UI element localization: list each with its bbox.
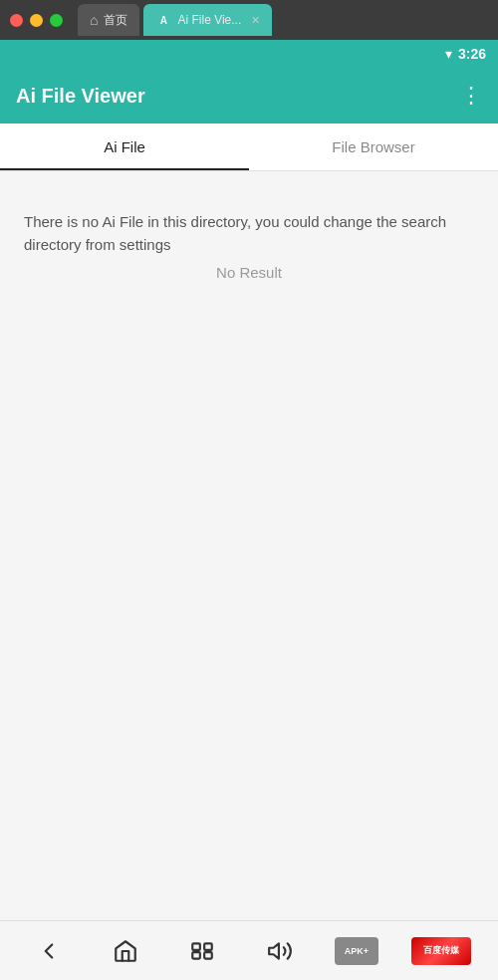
baidu-text: 百度传媒 bbox=[423, 944, 459, 957]
more-options-icon[interactable]: ⋮ bbox=[460, 83, 482, 109]
empty-message: There is no Ai File in this directory, y… bbox=[20, 211, 478, 256]
app-title: Ai File Viewer bbox=[16, 85, 145, 108]
tab-favicon: A bbox=[155, 12, 171, 28]
svg-marker-4 bbox=[269, 943, 279, 958]
bottom-navigation: APK+ 百度传媒 bbox=[0, 920, 498, 980]
maximize-button[interactable] bbox=[50, 14, 63, 27]
home-tab[interactable]: ⌂ 首页 bbox=[78, 4, 139, 36]
browser-tab-bar: ⌂ 首页 A Ai File Vie... ✕ bbox=[78, 4, 488, 36]
svg-rect-3 bbox=[204, 952, 212, 959]
back-icon bbox=[36, 938, 62, 964]
wifi-icon: ▾ bbox=[445, 46, 452, 62]
tab-ai-file[interactable]: Ai File bbox=[0, 123, 249, 170]
tab-file-browser-label: File Browser bbox=[332, 138, 414, 155]
home-icon: ⌂ bbox=[90, 12, 98, 28]
status-icons: ▾ 3:26 bbox=[445, 46, 486, 62]
svg-rect-2 bbox=[204, 943, 212, 950]
watermark: 百度传媒 bbox=[411, 937, 471, 965]
content-area: There is no Ai File in this directory, y… bbox=[0, 171, 498, 920]
tab-ai-file-label: Ai File bbox=[104, 138, 145, 155]
files-nav-button[interactable] bbox=[180, 929, 224, 973]
app-header: Ai File Viewer ⋮ bbox=[0, 68, 498, 123]
tab-file-browser[interactable]: File Browser bbox=[249, 123, 498, 170]
svg-rect-1 bbox=[193, 952, 201, 959]
apk-label: APK+ bbox=[345, 946, 369, 956]
status-bar: ▾ 3:26 bbox=[0, 40, 498, 68]
home-nav-button[interactable] bbox=[104, 929, 147, 973]
time-display: 3:26 bbox=[458, 46, 486, 62]
close-button[interactable] bbox=[10, 14, 23, 27]
home-tab-label: 首页 bbox=[104, 12, 127, 29]
window-controls bbox=[10, 14, 63, 27]
title-bar: ⌂ 首页 A Ai File Vie... ✕ bbox=[0, 0, 498, 40]
volume-icon bbox=[267, 938, 293, 964]
active-tab-label: Ai File Vie... bbox=[177, 13, 241, 27]
active-tab[interactable]: A Ai File Vie... ✕ bbox=[143, 4, 272, 36]
apk-button[interactable]: APK+ bbox=[335, 937, 378, 965]
tab-close-icon[interactable]: ✕ bbox=[251, 14, 260, 27]
minimize-button[interactable] bbox=[30, 14, 43, 27]
tab-navigation: Ai File File Browser bbox=[0, 123, 498, 171]
no-result-text: No Result bbox=[20, 264, 478, 281]
baidu-logo: 百度传媒 bbox=[411, 937, 471, 965]
home-nav-icon bbox=[113, 938, 138, 964]
phone-frame: ⌂ 首页 A Ai File Vie... ✕ ▾ 3:26 Ai File V… bbox=[0, 0, 498, 980]
files-nav-icon bbox=[189, 938, 215, 964]
back-button[interactable] bbox=[27, 929, 71, 973]
svg-rect-0 bbox=[193, 943, 201, 950]
volume-button[interactable] bbox=[258, 929, 302, 973]
